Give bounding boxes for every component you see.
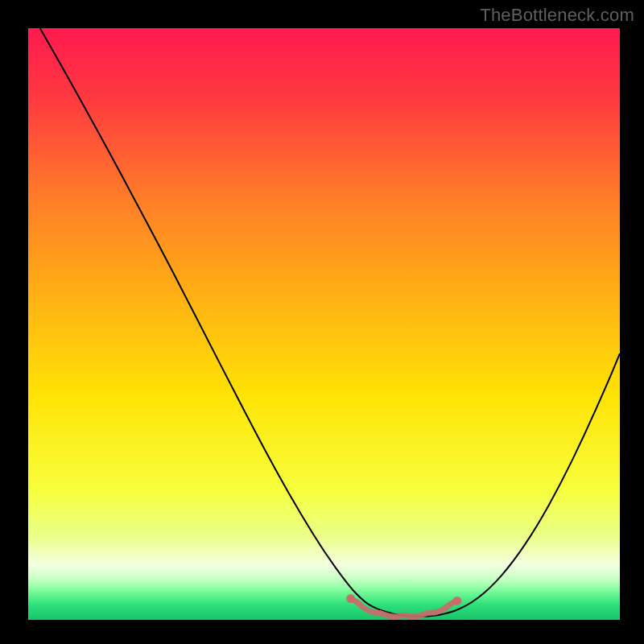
svg-point-1 (452, 597, 461, 605)
watermark-label: TheBottleneck.com (480, 5, 634, 26)
chart-svg (28, 28, 620, 620)
plot-area (28, 28, 620, 620)
gradient-background (28, 28, 620, 620)
svg-point-0 (346, 594, 355, 603)
chart-frame: TheBottleneck.com (0, 0, 644, 644)
